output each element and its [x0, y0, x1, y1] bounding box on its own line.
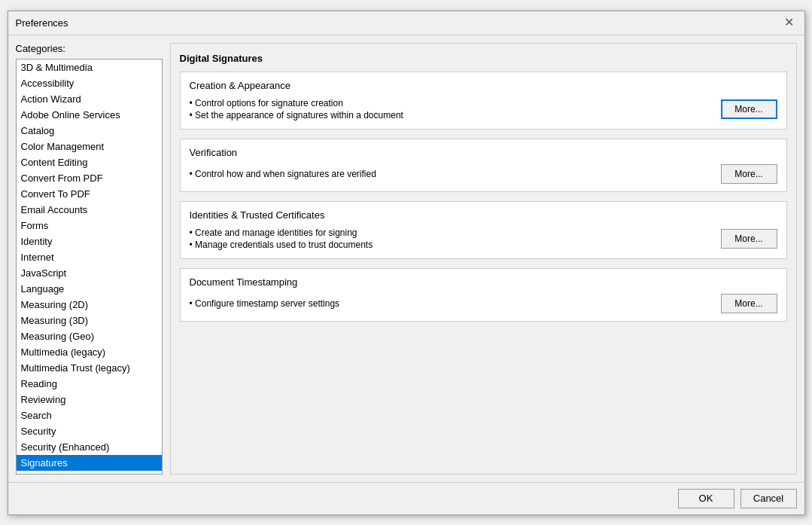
cancel-button[interactable]: Cancel — [741, 489, 797, 508]
content-area: Digital Signatures Creation & Appearance… — [170, 43, 797, 475]
subsection-verification: VerificationControl how and when signatu… — [180, 139, 787, 192]
sections-container: Creation & AppearanceControl options for… — [180, 72, 787, 322]
sidebar-item-measuring-3d[interactable]: Measuring (3D) — [17, 313, 162, 328]
categories-list[interactable]: 3D & MultimediaAccessibilityAction Wizar… — [16, 59, 163, 475]
title-bar: Preferences ✕ — [8, 11, 804, 35]
bullet-item: Manage credentials used to trust documen… — [190, 239, 712, 251]
close-button[interactable]: ✕ — [782, 15, 797, 30]
ok-button[interactable]: OK — [678, 489, 734, 508]
sidebar-item-signatures[interactable]: Signatures — [17, 455, 162, 471]
sidebar-item-multimedia-trust-legacy[interactable]: Multimedia Trust (legacy) — [17, 360, 162, 376]
sidebar-item-identity[interactable]: Identity — [17, 234, 162, 249]
sidebar-item-multimedia-legacy[interactable]: Multimedia (legacy) — [17, 344, 162, 360]
subsection-inner-identities-trusted-certs: Create and manage identities for signing… — [190, 227, 777, 251]
bullet-item: Configure timestamp server settings — [190, 298, 712, 310]
sidebar-item-reviewing[interactable]: Reviewing — [17, 392, 162, 407]
sidebar-item-3d-multimedia[interactable]: 3D & Multimedia — [17, 60, 162, 75]
more-button-document-timestamping[interactable]: More... — [721, 294, 777, 313]
sidebar-item-accessibility[interactable]: Accessibility — [17, 75, 162, 91]
left-panel: Categories: 3D & MultimediaAccessibility… — [16, 43, 163, 475]
more-button-identities-trusted-certs[interactable]: More... — [721, 229, 777, 249]
sidebar-item-content-editing[interactable]: Content Editing — [17, 154, 162, 170]
dialog-body: Categories: 3D & MultimediaAccessibility… — [8, 35, 804, 482]
subsection-header-creation-appearance: Creation & Appearance — [190, 80, 777, 91]
sidebar-item-search[interactable]: Search — [17, 407, 162, 423]
dialog-title: Preferences — [16, 17, 68, 29]
sidebar-item-adobe-online-services[interactable]: Adobe Online Services — [17, 107, 162, 123]
sidebar-item-catalog[interactable]: Catalog — [17, 123, 162, 139]
sidebar-item-security[interactable]: Security — [17, 423, 162, 439]
subsection-bullets-verification: Control how and when signatures are veri… — [190, 168, 712, 180]
subsection-header-document-timestamping: Document Timestamping — [190, 276, 777, 288]
sidebar-item-language[interactable]: Language — [17, 281, 162, 297]
sidebar-item-measuring-geo[interactable]: Measuring (Geo) — [17, 328, 162, 344]
preferences-dialog: Preferences ✕ Categories: 3D & Multimedi… — [8, 11, 805, 515]
bullet-item: Control how and when signatures are veri… — [190, 168, 712, 180]
bullet-item: Control options for signature creation — [190, 97, 712, 109]
sidebar-item-forms[interactable]: Forms — [17, 218, 162, 234]
sidebar-item-internet[interactable]: Internet — [17, 249, 162, 265]
sidebar-item-email-accounts[interactable]: Email Accounts — [17, 202, 162, 218]
bullet-item: Set the appearance of signatures within … — [190, 109, 712, 121]
right-panel: Digital Signatures Creation & Appearance… — [170, 43, 797, 475]
subsection-inner-document-timestamping: Configure timestamp server settingsMore.… — [190, 294, 777, 313]
subsection-header-verification: Verification — [190, 147, 777, 158]
sidebar-item-reading[interactable]: Reading — [17, 376, 162, 392]
categories-label: Categories: — [16, 43, 163, 54]
sidebar-item-measuring-2d[interactable]: Measuring (2D) — [17, 297, 162, 313]
subsection-header-identities-trusted-certs: Identities & Trusted Certificates — [190, 209, 777, 221]
more-button-verification[interactable]: More... — [721, 164, 777, 184]
subsection-document-timestamping: Document TimestampingConfigure timestamp… — [180, 268, 787, 322]
subsection-bullets-identities-trusted-certs: Create and manage identities for signing… — [190, 227, 712, 251]
subsection-bullets-document-timestamping: Configure timestamp server settings — [190, 298, 712, 310]
subsection-bullets-creation-appearance: Control options for signature creationSe… — [190, 97, 712, 121]
sidebar-item-convert-to-pdf[interactable]: Convert To PDF — [17, 186, 162, 202]
sidebar-item-spelling[interactable]: Spelling — [17, 471, 162, 475]
bullet-item: Create and manage identities for signing — [190, 227, 712, 239]
sidebar-item-color-management[interactable]: Color Management — [17, 139, 162, 154]
sidebar-item-action-wizard[interactable]: Action Wizard — [17, 91, 162, 107]
sidebar-item-convert-from-pdf[interactable]: Convert From PDF — [17, 170, 162, 186]
subsection-creation-appearance: Creation & AppearanceControl options for… — [180, 72, 787, 130]
subsection-inner-creation-appearance: Control options for signature creationSe… — [190, 97, 777, 121]
subsection-inner-verification: Control how and when signatures are veri… — [190, 164, 777, 184]
subsection-identities-trusted-certs: Identities & Trusted CertificatesCreate … — [180, 201, 787, 259]
sidebar-item-security-enhanced[interactable]: Security (Enhanced) — [17, 439, 162, 455]
dialog-footer: OK Cancel — [8, 482, 804, 514]
more-button-creation-appearance[interactable]: More... — [721, 99, 777, 119]
sidebar-item-javascript[interactable]: JavaScript — [17, 265, 162, 281]
page-title: Digital Signatures — [180, 53, 787, 64]
